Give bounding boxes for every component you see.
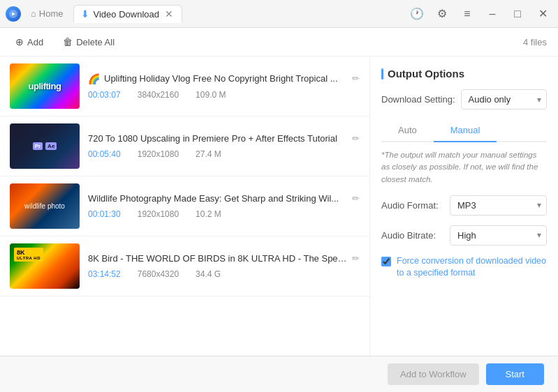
home-icon: ⌂ (31, 8, 36, 19)
title-bar-left: ⌂ Home ⬇ Video Download ✕ (6, 5, 182, 22)
download-setting-select[interactable]: Audio only Video + Audio Video only (461, 89, 547, 110)
active-tab-label: Video Download (94, 9, 159, 20)
8k-badge: 8KULTRA HD (14, 248, 43, 262)
ae-badge: Ae (45, 142, 57, 150)
bottom-bar: Add to Workflow Start (0, 356, 558, 392)
size-2: 27.4 M (196, 149, 221, 159)
uplifting-text: uplifting (29, 81, 61, 91)
audio-bitrate-label: Audio Bitrate: (381, 230, 444, 241)
title-bar-right: 🕐 ⚙ ≡ – □ ✕ (407, 4, 552, 24)
duration-2: 00:05:40 (88, 149, 121, 159)
tab-auto[interactable]: Auto (381, 119, 434, 142)
video-meta-3: 00:01:30 1920x1080 10.2 M (88, 209, 360, 219)
main-content: uplifting 🌈 Uplifting Holiday Vlog Free … (0, 56, 558, 356)
video-title-1: Uplifting Holiday Vlog Free No Copyright… (104, 73, 348, 84)
title-accent-bar (381, 68, 383, 80)
video-title-3: Wildlife Photography Made Easy: Get Shar… (88, 193, 348, 204)
video-meta-1: 00:03:07 3840x2160 109.0 M (88, 90, 360, 100)
audio-format-label: Audio Format: (381, 200, 444, 211)
home-tab-label: Home (39, 8, 64, 19)
video-info-1: 🌈 Uplifting Holiday Vlog Free No Copyrig… (88, 73, 360, 100)
home-tab[interactable]: ⌂ Home (24, 6, 71, 22)
add-button[interactable]: ⊕ Add (11, 33, 47, 50)
add-label: Add (27, 37, 43, 47)
force-conversion-row: Force conversion of downloaded video to … (381, 255, 547, 280)
force-conversion-label[interactable]: Force conversion of downloaded video to … (397, 255, 547, 280)
app-icon (6, 6, 21, 22)
wildlife-text: wildlife photo (23, 201, 66, 211)
thumbnail-uplifting: uplifting (10, 63, 80, 109)
start-button[interactable]: Start (486, 363, 544, 385)
audio-format-select-wrapper: MP3 AAC FLAC WAV (450, 195, 547, 216)
delete-label: Delete All (76, 37, 115, 47)
audio-format-select[interactable]: MP3 AAC FLAC WAV (450, 195, 547, 216)
size-4: 34.4 G (196, 269, 221, 279)
tab-close-button[interactable]: ✕ (163, 9, 175, 19)
video-info-2: 720 To 1080 Upscaling in Premiere Pro + … (88, 133, 360, 159)
settings-button[interactable]: ⚙ (432, 4, 452, 24)
title-bar: ⌂ Home ⬇ Video Download ✕ 🕐 ⚙ ≡ – □ ✕ (0, 0, 558, 28)
video-title-2: 720 To 1080 Upscaling in Premiere Pro + … (88, 133, 348, 144)
thumbnail-premiere: Pr Ae (10, 123, 80, 169)
duration-1: 00:03:07 (88, 90, 121, 100)
menu-button[interactable]: ≡ (457, 4, 477, 24)
list-item[interactable]: 8KULTRA HD 8K Bird - THE WORLD OF BIRDS … (0, 236, 369, 296)
size-3: 10.2 M (196, 209, 221, 219)
note-text: *The output will match your manual setti… (381, 149, 547, 186)
history-button[interactable]: 🕐 (407, 4, 427, 24)
list-item[interactable]: uplifting 🌈 Uplifting Holiday Vlog Free … (0, 56, 369, 116)
edit-icon-1[interactable]: ✏ (352, 73, 360, 84)
video-meta-4: 03:14:52 7680x4320 34.4 G (88, 269, 360, 279)
download-icon: ⬇ (81, 8, 89, 20)
duration-3: 00:01:30 (88, 209, 121, 219)
tab-manual[interactable]: Manual (434, 119, 497, 142)
download-setting-label: Download Setting: (381, 94, 455, 105)
pr-badge: Pr (33, 142, 43, 150)
video-emoji-1: 🌈 (88, 73, 100, 84)
resolution-1: 3840x2160 (138, 90, 179, 100)
edit-icon-2[interactable]: ✏ (352, 133, 360, 144)
maximize-button[interactable]: □ (508, 4, 527, 24)
plus-icon: ⊕ (15, 36, 24, 47)
video-title-4: 8K Bird - THE WORLD OF BIRDS in 8K ULTRA… (88, 253, 348, 264)
toolbar: ⊕ Add 🗑 Delete All 4 files (0, 28, 558, 56)
download-setting-row: Download Setting: Audio only Video + Aud… (381, 89, 547, 110)
force-conversion-checkbox[interactable] (381, 257, 391, 266)
video-meta-2: 00:05:40 1920x1080 27.4 M (88, 149, 360, 159)
download-setting-select-wrapper: Audio only Video + Audio Video only (461, 89, 547, 110)
audio-bitrate-select-wrapper: High Medium Low (450, 225, 547, 246)
panel-title: Output Options (381, 68, 547, 80)
output-panel: Output Options Download Setting: Audio o… (370, 56, 558, 356)
minimize-button[interactable]: – (483, 4, 502, 24)
video-info-3: Wildlife Photography Made Easy: Get Shar… (88, 193, 360, 219)
file-count: 4 files (523, 37, 547, 47)
resolution-2: 1920x1080 (138, 149, 179, 159)
video-list: uplifting 🌈 Uplifting Holiday Vlog Free … (0, 56, 370, 356)
list-item[interactable]: Pr Ae 720 To 1080 Upscaling in Premiere … (0, 116, 369, 176)
ultra-hd-badge: ULTRA HD (17, 256, 41, 260)
trash-icon: 🗑 (63, 36, 73, 47)
audio-format-row: Audio Format: MP3 AAC FLAC WAV (381, 195, 547, 216)
audio-bitrate-row: Audio Bitrate: High Medium Low (381, 225, 547, 246)
video-info-4: 8K Bird - THE WORLD OF BIRDS in 8K ULTRA… (88, 253, 360, 279)
resolution-4: 7680x4320 (138, 269, 179, 279)
delete-all-button[interactable]: 🗑 Delete All (59, 33, 119, 50)
close-button[interactable]: ✕ (533, 4, 552, 24)
thumbnail-bird: 8KULTRA HD (10, 243, 80, 289)
panel-title-text: Output Options (388, 68, 464, 80)
thumbnail-wildlife: wildlife photo (10, 183, 80, 229)
video-download-tab[interactable]: ⬇ Video Download ✕ (73, 5, 182, 23)
tabs-row: Auto Manual (381, 119, 547, 142)
edit-icon-3[interactable]: ✏ (352, 193, 360, 204)
size-1: 109.0 M (196, 90, 226, 100)
resolution-3: 1920x1080 (138, 209, 179, 219)
list-item[interactable]: wildlife photo Wildlife Photography Made… (0, 176, 369, 236)
audio-bitrate-select[interactable]: High Medium Low (450, 225, 547, 246)
add-to-workflow-button[interactable]: Add to Workflow (388, 363, 478, 385)
edit-icon-4[interactable]: ✏ (352, 253, 360, 264)
duration-4: 03:14:52 (88, 269, 121, 279)
